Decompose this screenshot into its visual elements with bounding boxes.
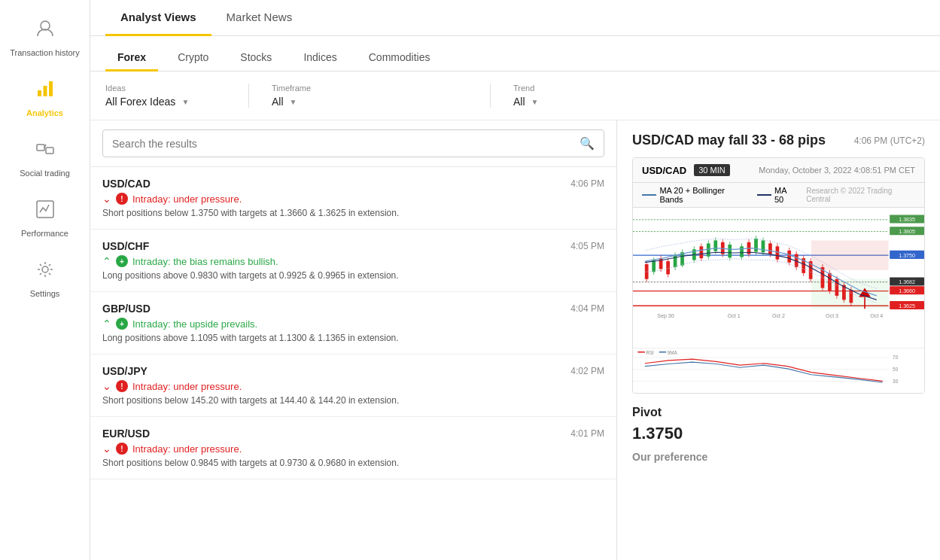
right-panel: USD/CAD may fall 33 - 68 pips 4:06 PM (U… xyxy=(617,120,940,560)
result-desc-usdjpy: Short positions below 145.20 with target… xyxy=(102,395,604,406)
pivot-section: Pivot 1.3750 Our preference xyxy=(632,406,925,463)
svg-text:Sep 30: Sep 30 xyxy=(657,313,674,319)
svg-text:9MA: 9MA xyxy=(668,350,678,355)
chart-title-row: USD/CAD may fall 33 - 68 pips 4:06 PM (U… xyxy=(632,132,925,148)
svg-rect-1 xyxy=(38,90,41,96)
sub-tab-commodities[interactable]: Commodities xyxy=(357,45,443,72)
result-trend-usdcad: ⌄ ! Intraday: under pressure. xyxy=(102,193,604,205)
chart-container: USD/CAD 30 MIN Monday, October 3, 2022 4… xyxy=(632,157,925,394)
result-time-gbpusd: 4:04 PM xyxy=(570,303,604,314)
tab-market-news[interactable]: Market News xyxy=(211,0,308,36)
sidebar-item-label-transaction-history: Transaction history xyxy=(10,48,80,57)
timeframe-select[interactable]: All ▼ xyxy=(272,96,467,108)
trend-up-icon-gbpusd: + xyxy=(116,318,128,330)
legend-line-ma50 xyxy=(757,194,771,196)
trend-up-arrow-gbpusd: ⌃ xyxy=(102,318,111,330)
sidebar-item-performance[interactable]: Performance xyxy=(0,188,90,248)
ideas-select[interactable]: All Forex Ideas ▼ xyxy=(105,96,226,108)
sub-tabs: Forex Crypto Stocks Indices Commodities xyxy=(90,36,940,72)
trend-down-arrow-usdcad: ⌄ xyxy=(102,193,111,205)
svg-rect-99 xyxy=(659,352,666,353)
legend-line-ma-bollinger xyxy=(642,194,656,196)
result-item-gbpusd[interactable]: GBP/USD 4:04 PM ⌃ + Intraday: the upside… xyxy=(90,292,616,355)
sidebar-item-social-trading[interactable]: Social trading xyxy=(0,128,90,188)
chart-timeframe: 30 MIN xyxy=(694,164,729,176)
chart-legend: MA 20 + Bollinger Bands MA 50 Research ©… xyxy=(633,183,924,208)
result-item-usdcad[interactable]: USD/CAD 4:06 PM ⌄ ! Intraday: under pres… xyxy=(90,167,616,230)
pivot-value: 1.3750 xyxy=(632,424,925,443)
left-panel: 🔍 USD/CAD 4:06 PM ⌄ ! Intraday: under pr… xyxy=(90,120,617,560)
trend-down-icon-usdcad: ! xyxy=(116,193,128,205)
filters-row: Ideas All Forex Ideas ▼ Timeframe All ▼ … xyxy=(90,72,940,120)
chart-header: USD/CAD 30 MIN Monday, October 3, 2022 4… xyxy=(633,158,924,183)
legend-label-ma-bollinger: MA 20 + Bollinger Bands xyxy=(659,186,747,204)
svg-text:30: 30 xyxy=(893,378,899,383)
result-item-usdchf[interactable]: USD/CHF 4:05 PM ⌃ + Intraday: the bias r… xyxy=(90,230,616,292)
chart-research: Research © 2022 Trading Central xyxy=(806,187,915,203)
search-input-wrapper[interactable]: 🔍 xyxy=(102,129,604,157)
chart-pair: USD/CAD xyxy=(642,165,686,176)
trend-arrow-icon: ▼ xyxy=(531,98,539,106)
sub-tab-forex[interactable]: Forex xyxy=(105,45,158,72)
content-area: 🔍 USD/CAD 4:06 PM ⌄ ! Intraday: under pr… xyxy=(90,120,940,560)
filter-divider-2 xyxy=(490,84,491,108)
legend-label-ma50: MA 50 xyxy=(774,186,797,204)
search-icon[interactable]: 🔍 xyxy=(580,136,595,151)
sidebar-item-analytics[interactable]: Analytics xyxy=(0,68,90,128)
chart-date: Monday, October 3, 2022 4:08:51 PM CET xyxy=(759,166,915,175)
legend-ma-bollinger: MA 20 + Bollinger Bands xyxy=(642,186,748,204)
trend-text-usdjpy: Intraday: under pressure. xyxy=(132,381,242,392)
svg-text:Oct 1: Oct 1 xyxy=(728,313,741,319)
trend-down-arrow-usdjpy: ⌄ xyxy=(102,380,111,392)
result-pair-eurusd: EUR/USD xyxy=(102,428,150,440)
filter-ideas: Ideas All Forex Ideas ▼ xyxy=(105,84,226,108)
analytics-icon xyxy=(35,78,56,104)
chart-svg: 1.3835 1.3805 1.3750 1.3682 1.3660 1.362… xyxy=(633,208,924,345)
svg-rect-2 xyxy=(43,86,47,96)
sub-tab-crypto[interactable]: Crypto xyxy=(166,45,221,72)
main-content: Analyst Views Market News Forex Crypto S… xyxy=(90,0,940,560)
ideas-value: All Forex Ideas xyxy=(105,96,175,108)
settings-icon xyxy=(35,259,56,285)
svg-text:1.3835: 1.3835 xyxy=(899,217,915,223)
sidebar-item-label-analytics: Analytics xyxy=(26,108,63,117)
svg-text:RSI: RSI xyxy=(646,350,654,355)
sidebar-item-label-settings: Settings xyxy=(30,289,60,298)
trend-down-icon-usdjpy: ! xyxy=(116,380,128,392)
svg-text:1.3805: 1.3805 xyxy=(899,229,915,235)
result-desc-usdcad: Short positions below 1.3750 with target… xyxy=(102,208,604,218)
result-desc-usdchf: Long positions above 0.9830 with targets… xyxy=(102,270,604,281)
sidebar: Transaction history Analytics Social tra… xyxy=(0,0,90,560)
result-header-usdcad: USD/CAD 4:06 PM xyxy=(102,178,604,190)
svg-rect-8 xyxy=(633,208,924,345)
sidebar-item-settings[interactable]: Settings xyxy=(0,248,90,309)
rsi-chart-svg: 70 50 30 RSI 9MA xyxy=(633,348,924,390)
result-pair-usdjpy: USD/JPY xyxy=(102,365,148,377)
ideas-arrow-icon: ▼ xyxy=(181,98,189,106)
tab-analyst-views[interactable]: Analyst Views xyxy=(105,0,211,36)
search-input[interactable] xyxy=(112,138,573,150)
svg-text:Oct 2: Oct 2 xyxy=(772,313,785,319)
result-pair-usdchf: USD/CHF xyxy=(102,240,149,252)
result-pair-usdcad: USD/CAD xyxy=(102,178,151,190)
trend-select[interactable]: All ▼ xyxy=(513,96,634,108)
result-item-usdjpy[interactable]: USD/JPY 4:02 PM ⌄ ! Intraday: under pres… xyxy=(90,355,616,417)
result-header-eurusd: EUR/USD 4:01 PM xyxy=(102,428,604,440)
sidebar-item-transaction-history[interactable]: Transaction history xyxy=(0,8,90,68)
result-item-eurusd[interactable]: EUR/USD 4:01 PM ⌄ ! Intraday: under pres… xyxy=(90,417,616,479)
transaction-history-icon xyxy=(35,18,56,44)
our-preference-label: Our preference xyxy=(632,451,925,463)
svg-rect-15 xyxy=(811,240,889,269)
svg-rect-5 xyxy=(46,148,53,154)
trend-down-icon-eurusd: ! xyxy=(116,443,128,455)
sub-tab-indices[interactable]: Indices xyxy=(291,45,348,72)
trend-text-gbpusd: Intraday: the upside prevails. xyxy=(132,318,257,330)
results-list: USD/CAD 4:06 PM ⌄ ! Intraday: under pres… xyxy=(90,167,616,560)
result-trend-gbpusd: ⌃ + Intraday: the upside prevails. xyxy=(102,318,604,330)
svg-text:50: 50 xyxy=(893,367,899,372)
result-trend-eurusd: ⌄ ! Intraday: under pressure. xyxy=(102,443,604,455)
sub-tab-stocks[interactable]: Stocks xyxy=(228,45,284,72)
svg-rect-4 xyxy=(37,145,44,151)
svg-rect-97 xyxy=(637,352,644,353)
pivot-label: Pivot xyxy=(632,406,925,419)
